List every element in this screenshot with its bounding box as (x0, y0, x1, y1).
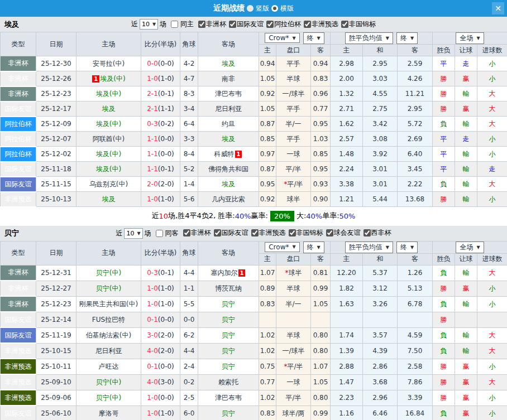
cell-avg-draw: 5.44 (363, 192, 398, 207)
rank-badge: 1 (235, 151, 242, 158)
bookmaker-select[interactable]: Crow*▼ (265, 242, 299, 252)
col-away: 客场 (198, 32, 259, 56)
cell-date: 25-10-15 (36, 343, 76, 359)
layout-radio-vertical[interactable]: 竖版 (247, 4, 269, 13)
final-odds-select[interactable]: 终▼ (303, 32, 324, 44)
cell-score: 1-0(0-0) (141, 390, 180, 405)
chevron-down-icon: ▼ (137, 231, 140, 236)
league-filter[interactable]: 非国锦标 (338, 20, 376, 29)
cell-result-goals: 大 (477, 265, 507, 281)
cell-result-handicap: 輸 (455, 117, 477, 132)
chevron-down-icon: ▼ (386, 36, 389, 41)
cell-avg-away: 7.50 (398, 343, 433, 359)
cell-avg-home: 1.47 (331, 374, 363, 390)
col-odds-away: 客 (311, 45, 331, 56)
cell-odds-home: 1.07 (259, 265, 276, 281)
league-checkbox[interactable] (198, 21, 205, 28)
col-result-handicap: 让球 (455, 253, 477, 265)
bookmaker-select[interactable]: Crow*▼ (265, 33, 299, 43)
cell-date: 25-11-15 (36, 177, 76, 192)
league-filter[interactable]: 非洲杯 (180, 228, 211, 238)
cell-home: 乌兹别克(中) (76, 177, 141, 192)
cell-avg-draw (363, 312, 398, 327)
layout-radio-horizontal[interactable]: 横版 (271, 4, 294, 13)
recent-count-select[interactable]: 10▼ (140, 19, 158, 30)
cell-result-goals: 小 (477, 132, 507, 147)
same-venue-checkbox[interactable] (156, 230, 163, 237)
fulltime-score: 2-1 (147, 90, 158, 98)
cell-avg-home: 1.82 (331, 281, 363, 296)
league-filter[interactable]: 非洲预选 (301, 20, 338, 29)
col-corner: 角球 (180, 32, 198, 56)
final-avg-select[interactable]: 终▼ (396, 32, 418, 44)
recent-count-select[interactable]: 10▼ (124, 228, 142, 239)
league-checkbox[interactable] (289, 229, 296, 236)
cell-type: 非洲杯 (1, 86, 36, 102)
wdl-average-select[interactable]: 胜平负均值▼ (345, 32, 393, 44)
table-row: 非洲杯25-12-23埃及(中)2-1(0-1)8-3津巴布韦0.92一/球半0… (1, 86, 507, 102)
league-checkbox[interactable] (214, 229, 221, 236)
col-home: 主场 (76, 241, 141, 265)
league-filter[interactable]: 阿拉伯杯 (264, 20, 301, 29)
league-filter[interactable]: 非洲杯 (195, 20, 226, 29)
league-filter[interactable]: 国际友谊 (211, 228, 248, 238)
final-odds-select[interactable]: 终▼ (303, 242, 324, 253)
col-type: 类型 (1, 32, 36, 56)
halftime-score: (1-0) (158, 75, 174, 83)
fulltime-select[interactable]: 全场▼ (456, 242, 484, 253)
cell-avg-away: 4.59 (398, 327, 433, 343)
cell-odds-away: 0.77 (311, 102, 331, 117)
league-checkbox[interactable] (326, 229, 333, 236)
league-filter[interactable]: 非国锦标 (286, 228, 323, 238)
cell-away: 博茨瓦纳 (198, 281, 259, 296)
league-checkbox[interactable] (304, 21, 311, 28)
league-filter[interactable]: 非洲预选 (248, 228, 286, 238)
handicap-label: 平/半 (287, 363, 303, 370)
cell-score: 0-1(0-0) (141, 312, 180, 327)
cell-handicap: 半/一 (276, 296, 311, 312)
cell-avg-away: 16.84 (398, 405, 433, 420)
cell-away: 贝宁 (198, 296, 259, 312)
same-venue-label: 同主 (180, 20, 194, 29)
cell-odds-away: 0.80 (311, 327, 331, 343)
near-label: 近 (116, 229, 122, 238)
cell-odds-home: 0.85 (259, 132, 276, 147)
cell-corner: 6-4 (180, 117, 198, 132)
cell-result-handicap: 赢 (455, 390, 477, 405)
same-venue-checkbox[interactable] (171, 21, 178, 28)
table-row: 非洲预选25-09-10贝宁(中)4-0(3-0)0-2赖索托0.77一球1.0… (1, 374, 507, 390)
cell-odds-away (311, 312, 331, 327)
cell-avg-home: 1.74 (331, 327, 363, 343)
cell-avg-draw: 2.75 (363, 102, 398, 117)
cell-handicap: 一球 (276, 374, 311, 390)
radio-unselected-icon[interactable] (247, 5, 253, 12)
cell-result-wdl: 平 (433, 56, 455, 71)
cell-odds-away: 0.94 (311, 56, 331, 71)
cell-result-handicap: 赢 (455, 405, 477, 420)
league-checkbox[interactable] (363, 229, 371, 236)
cell-score: 4-0(3-0) (141, 374, 180, 390)
league-checkbox[interactable] (251, 229, 259, 236)
league-checkbox[interactable] (183, 229, 190, 236)
league-checkbox[interactable] (341, 21, 348, 28)
final-avg-select[interactable]: 终▼ (396, 242, 418, 253)
team-label: 贝宁 (222, 316, 235, 324)
league-filter[interactable]: 球会友谊 (323, 228, 361, 238)
league-checkbox[interactable] (266, 21, 274, 28)
cell-avg-away: 2.69 (398, 132, 433, 147)
chevron-down-icon: ▼ (386, 245, 389, 250)
wdl-average-select[interactable]: 胜平负均值▼ (345, 242, 393, 253)
cell-home: 安哥拉(中) (76, 56, 141, 71)
league-filter[interactable]: 西非杯 (361, 228, 391, 238)
chevron-down-icon: ▼ (292, 244, 295, 249)
cell-result-goals: 大 (477, 177, 507, 192)
cell-handicap: *平/半 (276, 359, 311, 374)
team-label: 贝宁 (222, 300, 235, 308)
close-icon[interactable]: ✕ (492, 2, 504, 15)
league-checkbox[interactable] (229, 21, 236, 28)
radio-selected-icon[interactable] (271, 5, 278, 12)
halftime-score: (0-0) (158, 363, 174, 370)
rank-badge: 1 (92, 75, 99, 83)
fulltime-select[interactable]: 全场▼ (456, 32, 484, 44)
league-filter[interactable]: 国际友谊 (226, 20, 264, 29)
